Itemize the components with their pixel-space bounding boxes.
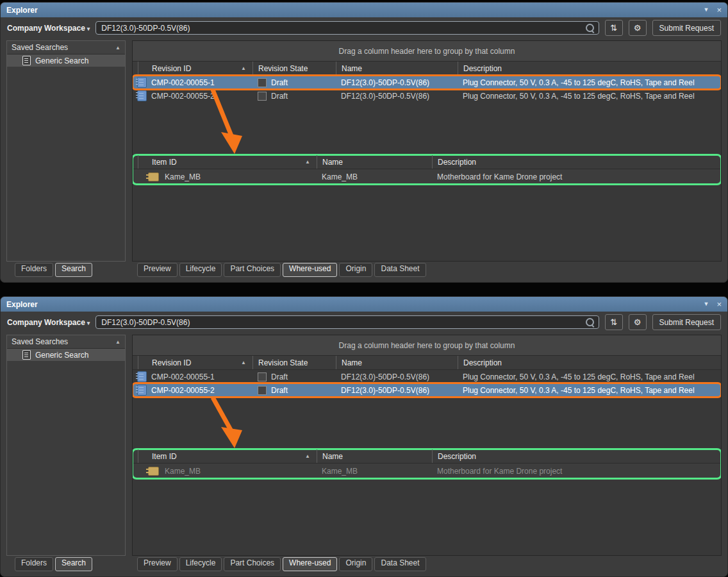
column-header-wu-description[interactable]: Description xyxy=(432,155,721,169)
tab-origin[interactable]: Origin xyxy=(339,263,372,277)
workspace-background: Explorer ▼ × Company Workspace▾ ⇅ ⚙ Subm… xyxy=(0,0,728,577)
explorer-panel-bottom: Explorer ▼ × Company Workspace▾ ⇅ ⚙ Subm… xyxy=(0,296,728,577)
settings-button[interactable]: ⚙ xyxy=(629,20,647,36)
document-icon xyxy=(22,350,31,360)
component-icon xyxy=(137,371,147,382)
column-header-item-id[interactable]: Item ID▲ xyxy=(138,449,317,463)
column-header-revision-state[interactable]: Revision State xyxy=(252,62,336,75)
search-results-area: Drag a column header here to group by th… xyxy=(132,335,722,556)
panel-title: Explorer xyxy=(6,300,38,309)
saved-searches-header[interactable]: Saved Searches ▲ xyxy=(7,41,125,54)
search-icon[interactable] xyxy=(586,24,594,32)
tab-preview[interactable]: Preview xyxy=(137,557,178,571)
search-toolbar: Company Workspace▾ ⇅ ⚙ Submit Request xyxy=(1,312,727,333)
board-icon xyxy=(148,467,159,476)
group-by-hint[interactable]: Drag a column header here to group by th… xyxy=(133,41,721,62)
sync-icon: ⇅ xyxy=(610,23,617,33)
sort-asc-icon: ▲ xyxy=(241,360,246,365)
document-icon xyxy=(22,56,31,65)
tab-origin[interactable]: Origin xyxy=(339,557,372,571)
settings-button[interactable]: ⚙ xyxy=(629,314,647,330)
sidebar-item-generic-search[interactable]: Generic Search xyxy=(7,54,125,67)
tab-where-used[interactable]: Where-used xyxy=(283,263,337,277)
tab-part-choices[interactable]: Part Choices xyxy=(224,557,281,571)
relation-arrow xyxy=(197,396,248,449)
saved-searches-sidebar: Saved Searches ▲ Generic Search xyxy=(6,40,126,262)
group-by-hint[interactable]: Drag a column header here to group by th… xyxy=(133,335,721,356)
tab-where-used[interactable]: Where-used xyxy=(283,557,337,571)
tab-lifecycle[interactable]: Lifecycle xyxy=(179,557,222,571)
column-header-description[interactable]: Description xyxy=(458,62,721,75)
sort-asc-icon: ▲ xyxy=(305,159,310,165)
tab-folders[interactable]: Folders xyxy=(15,263,53,277)
panel-menu-icon[interactable]: ▼ xyxy=(703,301,709,307)
column-header-revision-state[interactable]: Revision State xyxy=(252,356,336,369)
sync-button[interactable]: ⇅ xyxy=(605,20,623,36)
search-toolbar: Company Workspace▾ ⇅ ⚙ Submit Request xyxy=(1,17,727,38)
submit-request-button[interactable]: Submit Request xyxy=(652,314,721,330)
where-used-table: Item ID▲ Name Description Kame_MB Kame_M… xyxy=(133,449,721,478)
sidebar-item-generic-search[interactable]: Generic Search xyxy=(7,349,125,361)
column-header-revision-id[interactable]: Revision ID▲ xyxy=(138,356,252,369)
component-icon xyxy=(137,90,147,101)
results-header-row: Revision ID▲ Revision State Name Descrip… xyxy=(133,356,721,370)
gear-icon: ⚙ xyxy=(634,23,641,33)
panel-title: Explorer xyxy=(6,6,38,15)
column-header-wu-description[interactable]: Description xyxy=(432,449,721,463)
result-row-1[interactable]: CMP-002-00055-1 Draft DF12(3.0)-50DP-0.5… xyxy=(133,76,721,89)
revision-state-checkbox[interactable] xyxy=(258,92,267,101)
gear-icon: ⚙ xyxy=(634,317,641,327)
search-input[interactable] xyxy=(95,315,599,329)
results-header-row: Revision ID▲ Revision State Name Descrip… xyxy=(133,62,721,76)
revision-state-checkbox[interactable] xyxy=(258,386,267,395)
component-icon xyxy=(137,385,147,396)
result-row-2[interactable]: CMP-002-00055-2 Draft DF12(3.0)-50DP-0.5… xyxy=(133,383,721,397)
board-icon xyxy=(148,172,159,181)
where-used-row[interactable]: Kame_MB Kame_MB Motherboard for Kame Dro… xyxy=(133,169,721,184)
column-header-revision-id[interactable]: Revision ID▲ xyxy=(138,62,252,75)
search-results-area: Drag a column header here to group by th… xyxy=(132,40,722,262)
where-used-table: Item ID▲ Name Description Kame_MB Kame_M… xyxy=(133,155,721,184)
column-header-name[interactable]: Name xyxy=(336,356,458,369)
tab-data-sheet[interactable]: Data Sheet xyxy=(374,557,426,571)
result-row-1[interactable]: CMP-002-00055-1 Draft DF12(3.0)-50DP-0.5… xyxy=(133,370,721,383)
tab-folders[interactable]: Folders xyxy=(15,557,53,571)
chevron-down-icon: ▾ xyxy=(87,26,90,32)
where-used-header-row: Item ID▲ Name Description xyxy=(133,155,721,169)
sync-button[interactable]: ⇅ xyxy=(605,314,623,330)
saved-searches-header[interactable]: Saved Searches ▲ xyxy=(7,335,125,349)
sync-icon: ⇅ xyxy=(610,317,617,327)
collapse-icon[interactable]: ▲ xyxy=(115,339,120,345)
revision-state-checkbox[interactable] xyxy=(258,78,267,87)
tab-preview[interactable]: Preview xyxy=(137,263,178,277)
tab-part-choices[interactable]: Part Choices xyxy=(224,263,281,277)
revision-state-checkbox[interactable] xyxy=(258,372,267,381)
tab-search[interactable]: Search xyxy=(55,263,92,277)
search-input[interactable] xyxy=(95,21,599,35)
component-icon xyxy=(137,77,147,88)
column-header-item-id[interactable]: Item ID▲ xyxy=(138,155,317,169)
workspace-selector[interactable]: Company Workspace▾ xyxy=(7,318,90,327)
panel-titlebar[interactable]: Explorer ▼ × xyxy=(1,297,727,312)
panel-menu-icon[interactable]: ▼ xyxy=(703,7,709,13)
search-icon[interactable] xyxy=(586,318,594,326)
submit-request-button[interactable]: Submit Request xyxy=(652,20,721,36)
explorer-panel-top: Explorer ▼ × Company Workspace▾ ⇅ ⚙ Subm… xyxy=(0,2,728,283)
column-header-wu-name[interactable]: Name xyxy=(317,155,432,169)
result-row-2[interactable]: CMP-002-00055-2 Draft DF12(3.0)-50DP-0.5… xyxy=(133,89,721,103)
panel-titlebar[interactable]: Explorer ▼ × xyxy=(1,3,727,17)
where-used-row[interactable]: Kame_MB Kame_MB Motherboard for Kame Dro… xyxy=(133,464,721,478)
collapse-icon[interactable]: ▲ xyxy=(115,45,120,51)
close-icon[interactable]: × xyxy=(716,6,722,14)
saved-searches-sidebar: Saved Searches ▲ Generic Search xyxy=(6,335,126,556)
column-header-description[interactable]: Description xyxy=(458,356,721,369)
tab-lifecycle[interactable]: Lifecycle xyxy=(179,263,222,277)
where-used-header-row: Item ID▲ Name Description xyxy=(133,449,721,464)
chevron-down-icon: ▾ xyxy=(87,320,90,326)
close-icon[interactable]: × xyxy=(716,300,722,308)
column-header-name[interactable]: Name xyxy=(336,62,458,75)
workspace-selector[interactable]: Company Workspace▾ xyxy=(7,24,90,33)
tab-data-sheet[interactable]: Data Sheet xyxy=(374,263,426,277)
tab-search[interactable]: Search xyxy=(55,557,92,571)
column-header-wu-name[interactable]: Name xyxy=(317,449,432,463)
